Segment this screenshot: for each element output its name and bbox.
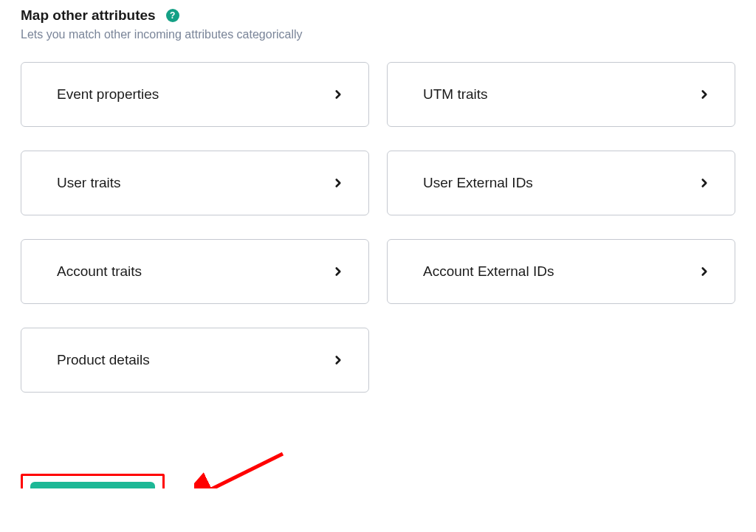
card-account-external-ids[interactable]: Account External IDs (387, 239, 735, 304)
card-label: User External IDs (423, 175, 533, 191)
card-label: Product details (57, 352, 150, 368)
card-event-properties[interactable]: Event properties (21, 62, 369, 127)
chevron-right-icon (698, 88, 711, 101)
card-label: Event properties (57, 86, 159, 103)
chevron-right-icon (331, 88, 345, 101)
section-header: Map other attributes ? (21, 7, 735, 24)
annotation-highlight-box: Save Workflow (21, 474, 165, 488)
card-user-traits[interactable]: User traits (21, 151, 369, 215)
chevron-right-icon (698, 265, 711, 278)
help-icon[interactable]: ? (166, 9, 179, 22)
chevron-right-icon (331, 176, 345, 190)
card-account-traits[interactable]: Account traits (21, 239, 369, 304)
card-utm-traits[interactable]: UTM traits (387, 62, 735, 127)
card-label: Account traits (57, 263, 142, 280)
card-label: UTM traits (423, 86, 488, 103)
save-workflow-button[interactable]: Save Workflow (30, 482, 155, 488)
section-subtitle: Lets you match other incoming attributes… (21, 28, 735, 41)
card-product-details[interactable]: Product details (21, 328, 369, 393)
card-label: Account External IDs (423, 263, 554, 280)
chevron-right-icon (698, 176, 711, 190)
svg-line-1 (205, 454, 283, 488)
annotation-arrow-icon (194, 448, 290, 488)
chevron-right-icon (331, 353, 345, 367)
card-label: User traits (57, 175, 121, 191)
chevron-right-icon (331, 265, 345, 278)
section-title: Map other attributes (21, 7, 156, 24)
attribute-cards-grid: Event properties UTM traits User traits … (21, 62, 735, 393)
card-user-external-ids[interactable]: User External IDs (387, 151, 735, 215)
